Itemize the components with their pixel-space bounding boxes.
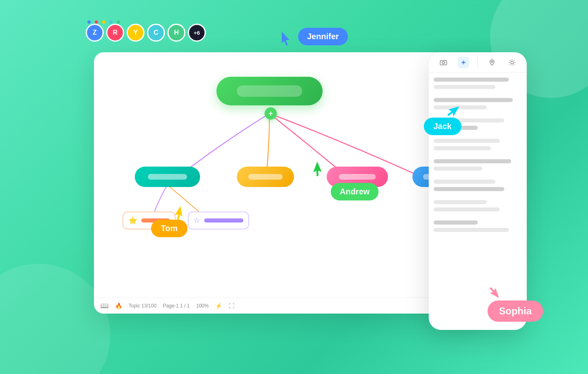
star-orange-icon: ⭐ (128, 216, 137, 225)
phone-line-1 (434, 78, 509, 82)
node-plus-button[interactable]: + (265, 107, 277, 120)
phone-line-16 (434, 228, 509, 232)
svg-rect-0 (440, 60, 447, 65)
avatar-z[interactable]: Z (86, 24, 104, 42)
jack-label: Jack (424, 118, 462, 135)
phone-line-12 (434, 187, 504, 191)
phone-content (429, 73, 527, 237)
svg-marker-5 (312, 162, 324, 177)
svg-marker-3 (282, 32, 290, 46)
page-info: Page-1 1 / 1 (163, 303, 189, 309)
lightning-icon: ⚡ (215, 303, 222, 309)
fire-icon: 🔥 (115, 303, 122, 309)
gap-7 (434, 215, 522, 217)
sparkle-icon[interactable] (458, 57, 469, 68)
avatar-c[interactable]: C (147, 24, 165, 42)
svg-marker-7 (488, 286, 499, 301)
gap-5 (434, 174, 522, 176)
phone-line-3 (434, 98, 513, 102)
jennifer-label: Jennifer (298, 28, 348, 45)
tom-cursor-icon (171, 206, 185, 221)
sub-bar-purple (204, 218, 243, 223)
camera-icon[interactable] (438, 57, 449, 68)
svg-marker-4 (445, 102, 459, 118)
dot-c (109, 20, 113, 24)
avatar-h[interactable]: H (167, 24, 185, 42)
tom-cursor-area (172, 207, 184, 222)
zoom-level: 100% (196, 303, 209, 309)
andrew-label: Andrew (331, 183, 379, 200)
avatar-more[interactable]: +6 (188, 24, 206, 42)
node-branch-yellow[interactable] (237, 167, 294, 187)
node-root[interactable] (216, 77, 323, 105)
phone-line-9 (434, 159, 511, 163)
andrew-cursor-icon (310, 161, 327, 179)
node-sub-purple[interactable]: ☆ (188, 211, 249, 229)
phone-line-7 (434, 139, 500, 143)
andrew-cursor-area (312, 163, 325, 179)
phone-line-15 (434, 220, 478, 225)
gap-1 (434, 92, 522, 95)
topic-count: Topic 13/100 (129, 303, 156, 309)
sophia-label: Sophia (488, 301, 543, 322)
location-icon[interactable] (486, 57, 498, 68)
book-icon: 📖 (100, 302, 109, 309)
phone-line-2 (434, 85, 495, 89)
phone-line-11 (434, 180, 495, 184)
phone-line-14 (434, 207, 500, 211)
jennifer-cursor-area (280, 32, 292, 48)
sophia-cursor-icon (486, 284, 501, 301)
dot-h (117, 20, 120, 24)
avatar-r[interactable]: R (106, 24, 124, 42)
avatar-row: Z R Y C H +6 (86, 24, 206, 42)
phone-line-8 (434, 146, 491, 150)
canvas-card: + ⭐ ☆ 📖 🔥 Topic 13/100 Page-1 1 / 1 (94, 52, 486, 314)
jennifer-cursor-icon (280, 32, 292, 47)
dot-r (95, 20, 98, 24)
phone-toolbar (429, 52, 527, 73)
node-pink-bar (339, 174, 376, 180)
gap-4 (434, 154, 522, 156)
sophia-cursor-area (488, 286, 499, 301)
node-yellow-bar (248, 174, 283, 180)
svg-marker-6 (174, 206, 183, 220)
node-teal-bar (148, 174, 187, 180)
svg-point-2 (491, 61, 493, 62)
gap-6 (434, 194, 522, 197)
avatar-dots (86, 20, 120, 24)
svg-point-1 (442, 61, 445, 64)
status-bar: 📖 🔥 Topic 13/100 Page-1 1 / 1 100% ⚡ ⛶ (94, 297, 486, 314)
divider (477, 58, 478, 67)
dot-y (102, 20, 105, 24)
jack-cursor-area (446, 103, 458, 120)
phone-line-10 (434, 167, 482, 171)
star-purple-icon: ☆ (194, 216, 200, 225)
fullscreen-icon[interactable]: ⛶ (229, 303, 234, 309)
dot-z (87, 20, 91, 24)
tom-label: Tom (151, 220, 187, 237)
node-root-inner (237, 85, 302, 97)
avatar-y[interactable]: Y (127, 24, 145, 42)
settings-icon[interactable] (506, 57, 518, 68)
main-content-wrapper: Z R Y C H +6 + (69, 28, 519, 346)
phone-panel (429, 52, 527, 330)
phone-line-13 (434, 200, 487, 204)
node-branch-teal[interactable] (135, 167, 200, 187)
